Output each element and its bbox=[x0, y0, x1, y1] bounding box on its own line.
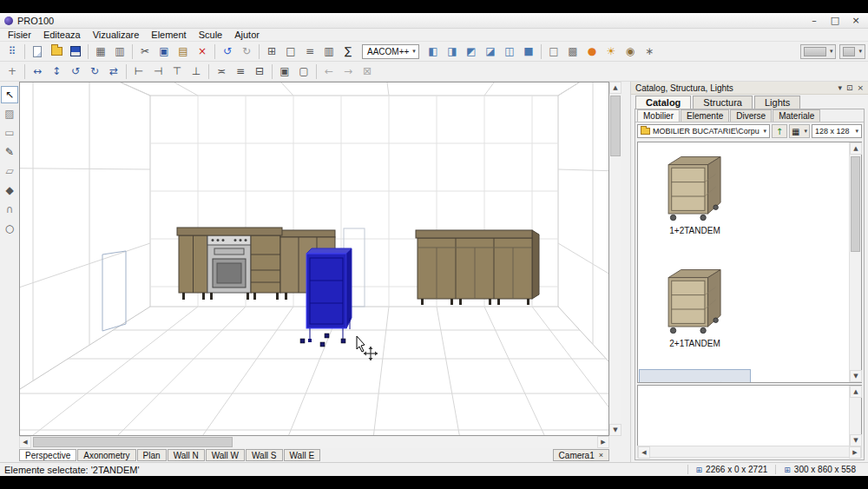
move-horizontal-icon[interactable]: ↔ bbox=[29, 63, 46, 80]
panel-float-icon[interactable]: ⊡ bbox=[846, 83, 853, 92]
align-bottom-icon[interactable]: ⊥ bbox=[187, 63, 205, 80]
catalog-scrollbar[interactable]: ▲ ▼ bbox=[849, 142, 861, 382]
show-edges-icon[interactable]: ◫ bbox=[501, 43, 518, 60]
folder-up-icon[interactable]: ↑ bbox=[772, 124, 787, 138]
material-scheme-combo[interactable]: AACOM++ ▾ bbox=[362, 44, 419, 59]
magnet-tool-icon[interactable]: ∩ bbox=[1, 201, 18, 218]
price-calc-icon[interactable]: ∑ bbox=[339, 43, 357, 60]
show-ceiling-icon[interactable]: ◩ bbox=[463, 43, 480, 60]
undo-icon[interactable]: ↺ bbox=[219, 43, 236, 60]
new-file-icon[interactable] bbox=[29, 43, 46, 60]
minimize-button[interactable]: – bbox=[804, 14, 825, 28]
origin-icon[interactable]: + bbox=[3, 63, 21, 80]
hatch-tool-icon[interactable]: ▨ bbox=[1, 105, 18, 122]
catalog-path-select[interactable]: MOBILIER BUCATARIE\Corpuri baza\C ▾ bbox=[637, 124, 770, 138]
panel-splitter[interactable] bbox=[621, 82, 630, 462]
menu-fisier[interactable]: Fisier bbox=[2, 30, 37, 40]
redo-icon[interactable]: ↻ bbox=[238, 43, 255, 60]
subtab-mobilier[interactable]: Mobilier bbox=[637, 109, 680, 122]
paste-icon[interactable]: ▤ bbox=[174, 43, 192, 60]
list-icon[interactable]: ≡ bbox=[301, 43, 319, 60]
menu-vizualizare[interactable]: Vizualizare bbox=[87, 30, 146, 40]
tab-lights[interactable]: Lights bbox=[754, 96, 800, 109]
print-icon[interactable]: ▦ bbox=[92, 43, 109, 60]
align-top-icon[interactable]: ⊤ bbox=[168, 63, 186, 80]
polygon-tool-icon[interactable]: ▱ bbox=[1, 162, 18, 180]
open-folder-icon[interactable] bbox=[48, 43, 65, 60]
tab-structura[interactable]: Structura bbox=[693, 96, 753, 109]
render-icon[interactable]: ● bbox=[583, 43, 601, 60]
viewport-3d[interactable] bbox=[19, 82, 609, 436]
catalog-item-1-2tandem[interactable]: 1+2TANDEM bbox=[640, 144, 750, 257]
scroll-left-icon[interactable]: ◀ bbox=[638, 446, 650, 459]
select-tool-icon[interactable]: ↖ bbox=[1, 86, 18, 103]
menu-ajutor[interactable]: Ajutor bbox=[228, 30, 266, 40]
move-vertical-icon[interactable]: ↕ bbox=[48, 63, 65, 80]
show-fronts-icon[interactable]: ◪ bbox=[482, 43, 499, 60]
view-tab-wall-n[interactable]: Wall N bbox=[168, 449, 205, 461]
show-floor-icon[interactable]: ◨ bbox=[444, 43, 461, 60]
print-preview-icon[interactable]: ▥ bbox=[111, 43, 128, 60]
color-picker-swatch[interactable]: ▾ bbox=[800, 44, 837, 59]
scroll-up-icon[interactable]: ▲ bbox=[850, 386, 862, 398]
panel-close-icon[interactable]: × bbox=[857, 83, 864, 92]
catalog-item-2tandem-selected[interactable]: 2TANDEM bbox=[640, 370, 750, 382]
texture-picker-swatch[interactable]: ▾ bbox=[839, 44, 865, 59]
camera-tab[interactable]: Camera1 × bbox=[553, 449, 609, 461]
scroll-down-icon[interactable]: ▼ bbox=[850, 370, 862, 382]
next-view-icon[interactable]: → bbox=[339, 63, 357, 80]
thumbnail-size-select[interactable]: 128 x 128 ▾ bbox=[812, 124, 862, 138]
view-tab-wall-s[interactable]: Wall S bbox=[246, 449, 283, 461]
scroll-right-icon[interactable]: ▶ bbox=[597, 436, 609, 448]
show-walls-icon[interactable]: ◧ bbox=[424, 43, 442, 60]
vscroll-thumb[interactable] bbox=[610, 96, 621, 156]
maximize-button[interactable]: □ bbox=[825, 14, 845, 28]
menu-element[interactable]: Element bbox=[145, 30, 192, 40]
selection-handles[interactable] bbox=[300, 334, 345, 347]
zoom-tool-icon[interactable]: ○ bbox=[1, 220, 18, 237]
catalog-scroll-thumb[interactable] bbox=[851, 156, 860, 252]
scroll-down-icon[interactable]: ▼ bbox=[850, 434, 862, 446]
panel-menu-icon[interactable]: ▾ bbox=[838, 83, 842, 92]
details-scrollbar[interactable]: ▲ ▼ bbox=[849, 386, 861, 446]
close-button[interactable]: × bbox=[845, 14, 866, 28]
view-tab-perspective[interactable]: Perspective bbox=[19, 449, 76, 461]
cut-icon[interactable]: ✂ bbox=[136, 43, 154, 60]
scroll-up-icon[interactable]: ▲ bbox=[850, 142, 862, 155]
light-icon[interactable]: ☀ bbox=[602, 43, 620, 60]
viewport-vscrollbar[interactable]: ▲ ▼ bbox=[609, 82, 621, 436]
kitchen-counter-right[interactable] bbox=[416, 230, 539, 305]
texture-icon[interactable]: ◉ bbox=[621, 43, 639, 60]
center-icon[interactable]: ≍ bbox=[213, 63, 230, 80]
view-tab-wall-w[interactable]: Wall W bbox=[206, 449, 245, 461]
parts-grid-icon[interactable]: ⠿ bbox=[3, 43, 21, 60]
report-icon[interactable]: ▥ bbox=[320, 43, 338, 60]
align-right-icon[interactable]: ⊣ bbox=[149, 63, 167, 80]
collision-icon[interactable]: ⊠ bbox=[358, 63, 376, 80]
delete-icon[interactable]: × bbox=[194, 43, 211, 60]
view-mode-icon[interactable]: ▦ ▾ bbox=[789, 124, 810, 138]
view-tab-wall-e[interactable]: Wall E bbox=[284, 449, 321, 461]
prev-view-icon[interactable]: ← bbox=[320, 63, 338, 80]
menu-scule[interactable]: Scule bbox=[193, 30, 229, 40]
rotate-right-icon[interactable]: ↻ bbox=[86, 63, 103, 80]
shaded-mode-icon[interactable]: ▩ bbox=[564, 43, 582, 60]
subtab-elemente[interactable]: Elemente bbox=[681, 109, 729, 122]
wireframe-mode-icon[interactable]: □ bbox=[545, 43, 562, 60]
viewport-hscrollbar[interactable]: ◀ ▶ bbox=[19, 436, 609, 448]
settings-gear-icon[interactable]: ∗ bbox=[641, 43, 658, 60]
scroll-left-icon[interactable]: ◀ bbox=[19, 436, 31, 448]
camera-close-icon[interactable]: × bbox=[599, 451, 603, 459]
align-left-icon[interactable]: ⊢ bbox=[130, 63, 148, 80]
subtab-diverse[interactable]: Diverse bbox=[730, 109, 772, 122]
tab-catalog[interactable]: Catalog bbox=[635, 96, 691, 109]
scroll-up-icon[interactable]: ▲ bbox=[609, 82, 621, 94]
subtab-materiale[interactable]: Materiale bbox=[773, 109, 820, 122]
rect-tool-icon[interactable]: ▭ bbox=[1, 124, 18, 142]
view-tab-axonometry[interactable]: Axonometry bbox=[77, 449, 135, 461]
grid-icon[interactable]: ⊞ bbox=[263, 43, 280, 60]
rotate-left-icon[interactable]: ↺ bbox=[67, 63, 84, 80]
scroll-right-icon[interactable]: ▶ bbox=[849, 446, 861, 459]
catalog-item-2-1tandem[interactable]: 2+1TANDEM bbox=[640, 257, 750, 370]
distribute-icon[interactable]: ≡ bbox=[232, 63, 249, 80]
